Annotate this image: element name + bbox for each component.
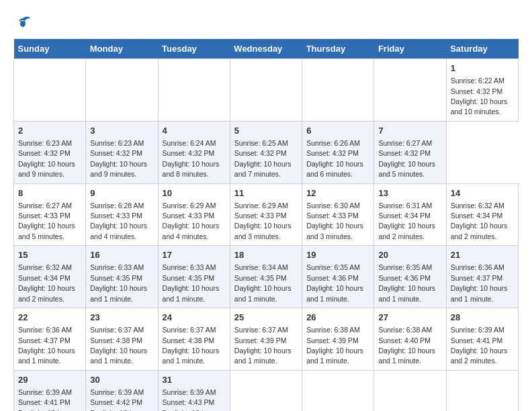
empty-cell [302, 370, 374, 411]
empty-cell [230, 370, 302, 411]
empty-cell [374, 59, 446, 122]
day-number: 17 [163, 249, 226, 261]
calendar-day-7: 7 Sunrise: 6:27 AMSunset: 4:32 PMDayligh… [374, 121, 446, 183]
calendar-day-17: 17 Sunrise: 6:33 AMSunset: 4:35 PMDaylig… [158, 246, 230, 308]
day-number: 20 [378, 249, 441, 261]
logo-icon [13, 13, 32, 32]
day-info: Sunrise: 6:32 AMSunset: 4:34 PMDaylight:… [18, 263, 75, 302]
day-info: Sunrise: 6:36 AMSunset: 4:37 PMDaylight:… [18, 326, 75, 365]
day-number: 14 [451, 187, 514, 199]
calendar-day-10: 10 Sunrise: 6:29 AMSunset: 4:33 PMDaylig… [158, 183, 230, 246]
calendar-day-26: 26 Sunrise: 6:38 AMSunset: 4:39 PMDaylig… [302, 308, 374, 371]
day-info: Sunrise: 6:36 AMSunset: 4:37 PMDaylight:… [451, 263, 508, 302]
empty-cell [302, 59, 374, 122]
calendar-day-30: 30 Sunrise: 6:39 AMSunset: 4:42 PMDaylig… [86, 370, 158, 411]
day-number: 6 [306, 125, 369, 137]
day-info: Sunrise: 6:38 AMSunset: 4:39 PMDaylight:… [306, 326, 363, 365]
day-number: 7 [378, 125, 441, 137]
calendar-day-28: 28 Sunrise: 6:39 AMSunset: 4:41 PMDaylig… [446, 308, 518, 371]
empty-cell [86, 59, 158, 122]
col-header-monday: Monday [86, 39, 158, 59]
calendar-day-22: 22 Sunrise: 6:36 AMSunset: 4:37 PMDaylig… [14, 308, 86, 371]
day-number: 3 [90, 125, 153, 137]
day-info: Sunrise: 6:37 AMSunset: 4:39 PMDaylight:… [234, 326, 292, 365]
day-info: Sunrise: 6:35 AMSunset: 4:36 PMDaylight:… [306, 263, 363, 302]
day-info: Sunrise: 6:27 AMSunset: 4:33 PMDaylight:… [18, 201, 75, 240]
calendar-day-8: 8 Sunrise: 6:27 AMSunset: 4:33 PMDayligh… [14, 183, 86, 246]
day-info: Sunrise: 6:29 AMSunset: 4:33 PMDaylight:… [163, 201, 220, 240]
day-number: 31 [163, 374, 226, 386]
day-number: 18 [234, 249, 298, 261]
day-info: Sunrise: 6:32 AMSunset: 4:34 PMDaylight:… [451, 201, 508, 240]
day-number: 15 [18, 249, 81, 261]
day-number: 25 [234, 312, 298, 324]
day-info: Sunrise: 6:38 AMSunset: 4:40 PMDaylight:… [378, 326, 435, 365]
day-number: 8 [18, 187, 81, 199]
calendar-week-1: 1 Sunrise: 6:22 AMSunset: 4:32 PMDayligh… [14, 59, 519, 122]
col-header-friday: Friday [374, 39, 446, 59]
calendar-day-19: 19 Sunrise: 6:35 AMSunset: 4:36 PMDaylig… [302, 246, 374, 308]
calendar-week-4: 15 Sunrise: 6:32 AMSunset: 4:34 PMDaylig… [14, 246, 519, 308]
day-number: 19 [306, 249, 369, 261]
calendar-day-15: 15 Sunrise: 6:32 AMSunset: 4:34 PMDaylig… [14, 246, 86, 308]
col-header-tuesday: Tuesday [158, 39, 230, 59]
day-info: Sunrise: 6:30 AMSunset: 4:33 PMDaylight:… [306, 201, 363, 240]
day-number: 29 [18, 374, 81, 386]
calendar-day-31: 31 Sunrise: 6:39 AMSunset: 4:43 PMDaylig… [158, 370, 230, 411]
calendar-day-11: 11 Sunrise: 6:29 AMSunset: 4:33 PMDaylig… [230, 183, 302, 246]
day-info: Sunrise: 6:25 AMSunset: 4:32 PMDaylight:… [234, 139, 292, 178]
empty-cell [374, 370, 446, 411]
day-info: Sunrise: 6:31 AMSunset: 4:34 PMDaylight:… [378, 201, 435, 240]
calendar-day-18: 18 Sunrise: 6:34 AMSunset: 4:35 PMDaylig… [230, 246, 302, 308]
calendar-day-14: 14 Sunrise: 6:32 AMSunset: 4:34 PMDaylig… [446, 183, 518, 246]
calendar-header-row: SundayMondayTuesdayWednesdayThursdayFrid… [14, 39, 519, 59]
empty-cell [230, 59, 302, 122]
day-info: Sunrise: 6:26 AMSunset: 4:32 PMDaylight:… [306, 139, 363, 178]
day-info: Sunrise: 6:29 AMSunset: 4:33 PMDaylight:… [234, 201, 292, 240]
day-info: Sunrise: 6:33 AMSunset: 4:35 PMDaylight:… [163, 263, 220, 302]
page-header [13, 13, 519, 32]
calendar-day-2: 2 Sunrise: 6:23 AMSunset: 4:32 PMDayligh… [14, 121, 86, 183]
calendar-day-13: 13 Sunrise: 6:31 AMSunset: 4:34 PMDaylig… [374, 183, 446, 246]
calendar-day-3: 3 Sunrise: 6:23 AMSunset: 4:32 PMDayligh… [86, 121, 158, 183]
day-number: 27 [378, 312, 441, 324]
calendar-week-2: 2 Sunrise: 6:23 AMSunset: 4:32 PMDayligh… [14, 121, 519, 183]
day-number: 22 [18, 312, 81, 324]
col-header-thursday: Thursday [302, 39, 374, 59]
calendar-day-12: 12 Sunrise: 6:30 AMSunset: 4:33 PMDaylig… [302, 183, 374, 246]
col-header-wednesday: Wednesday [230, 39, 302, 59]
calendar-week-3: 8 Sunrise: 6:27 AMSunset: 4:33 PMDayligh… [14, 183, 519, 246]
calendar-day-16: 16 Sunrise: 6:33 AMSunset: 4:35 PMDaylig… [86, 246, 158, 308]
calendar-day-20: 20 Sunrise: 6:35 AMSunset: 4:36 PMDaylig… [374, 246, 446, 308]
day-number: 13 [378, 187, 441, 199]
day-info: Sunrise: 6:39 AMSunset: 4:41 PMDaylight:… [18, 388, 75, 411]
day-number: 23 [90, 312, 153, 324]
day-info: Sunrise: 6:24 AMSunset: 4:32 PMDaylight:… [163, 139, 220, 178]
day-info: Sunrise: 6:27 AMSunset: 4:32 PMDaylight:… [378, 139, 435, 178]
calendar-day-21: 21 Sunrise: 6:36 AMSunset: 4:37 PMDaylig… [446, 246, 518, 308]
day-number: 9 [90, 187, 153, 199]
day-info: Sunrise: 6:35 AMSunset: 4:36 PMDaylight:… [378, 263, 435, 302]
day-number: 2 [18, 125, 81, 137]
calendar-day-4: 4 Sunrise: 6:24 AMSunset: 4:32 PMDayligh… [158, 121, 230, 183]
day-info: Sunrise: 6:23 AMSunset: 4:32 PMDaylight:… [18, 139, 75, 178]
col-header-sunday: Sunday [14, 39, 86, 59]
calendar-table: SundayMondayTuesdayWednesdayThursdayFrid… [13, 39, 519, 411]
logo [13, 13, 35, 32]
calendar-day-27: 27 Sunrise: 6:38 AMSunset: 4:40 PMDaylig… [374, 308, 446, 371]
empty-cell [14, 59, 86, 122]
day-info: Sunrise: 6:39 AMSunset: 4:42 PMDaylight:… [90, 388, 147, 411]
day-number: 26 [306, 312, 369, 324]
day-number: 28 [451, 312, 514, 324]
day-number: 11 [234, 187, 298, 199]
calendar-day-23: 23 Sunrise: 6:37 AMSunset: 4:38 PMDaylig… [86, 308, 158, 371]
calendar-day-9: 9 Sunrise: 6:28 AMSunset: 4:33 PMDayligh… [86, 183, 158, 246]
day-number: 21 [451, 249, 514, 261]
empty-cell [446, 370, 518, 411]
calendar-week-5: 22 Sunrise: 6:36 AMSunset: 4:37 PMDaylig… [14, 308, 519, 371]
calendar-day-29: 29 Sunrise: 6:39 AMSunset: 4:41 PMDaylig… [14, 370, 86, 411]
col-header-saturday: Saturday [446, 39, 518, 59]
calendar-day-6: 6 Sunrise: 6:26 AMSunset: 4:32 PMDayligh… [302, 121, 374, 183]
day-number: 12 [306, 187, 369, 199]
calendar-week-6: 29 Sunrise: 6:39 AMSunset: 4:41 PMDaylig… [14, 370, 519, 411]
